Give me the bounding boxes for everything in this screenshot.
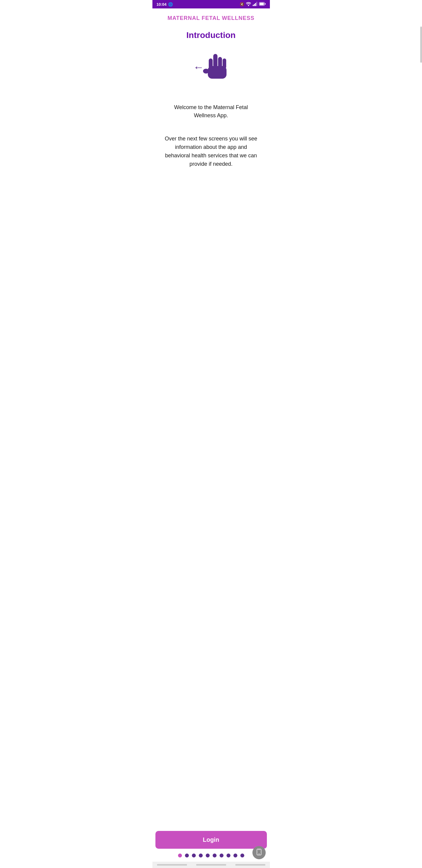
svg-rect-3 — [255, 3, 256, 6]
globe-icon: 🌐 — [168, 2, 173, 7]
svg-point-13 — [203, 69, 209, 73]
app-header: MATERNAL FETAL WELLNESS — [153, 8, 270, 24]
wifi-icon — [246, 2, 251, 7]
welcome-text: Welcome to the Maternal Fetal Wellness A… — [164, 103, 258, 120]
status-icons-area: 🔇 — [240, 2, 266, 7]
description-text: Over the next few screens you will see i… — [164, 135, 258, 168]
svg-point-0 — [248, 5, 249, 6]
hand-pointer-icon — [202, 53, 229, 88]
time-display: 10:04 — [157, 2, 167, 7]
description-text-section: Over the next few screens you will see i… — [153, 132, 270, 175]
svg-rect-8 — [213, 54, 218, 67]
svg-rect-1 — [253, 5, 254, 6]
svg-rect-7 — [265, 3, 266, 4]
status-bar: 10:04 🌐 🔇 — [153, 0, 270, 8]
status-time-area: 10:04 🌐 — [157, 2, 173, 7]
battery-icon — [259, 2, 266, 7]
swipe-gesture-icon: ← — [193, 52, 229, 88]
mute-icon: 🔇 — [240, 2, 244, 6]
app-title: MATERNAL FETAL WELLNESS — [158, 15, 264, 22]
page-title-section: Introduction — [153, 24, 270, 43]
welcome-text-section: Welcome to the Maternal Fetal Wellness A… — [153, 94, 270, 132]
svg-rect-12 — [208, 66, 227, 79]
svg-rect-4 — [256, 2, 257, 6]
signal-icon — [253, 2, 258, 7]
content-area: MATERNAL FETAL WELLNESS Introduction ← — [153, 8, 270, 223]
swipe-icon-container: ← — [153, 43, 270, 94]
page-title: Introduction — [158, 30, 264, 40]
svg-rect-2 — [254, 4, 255, 6]
svg-rect-6 — [260, 3, 264, 5]
